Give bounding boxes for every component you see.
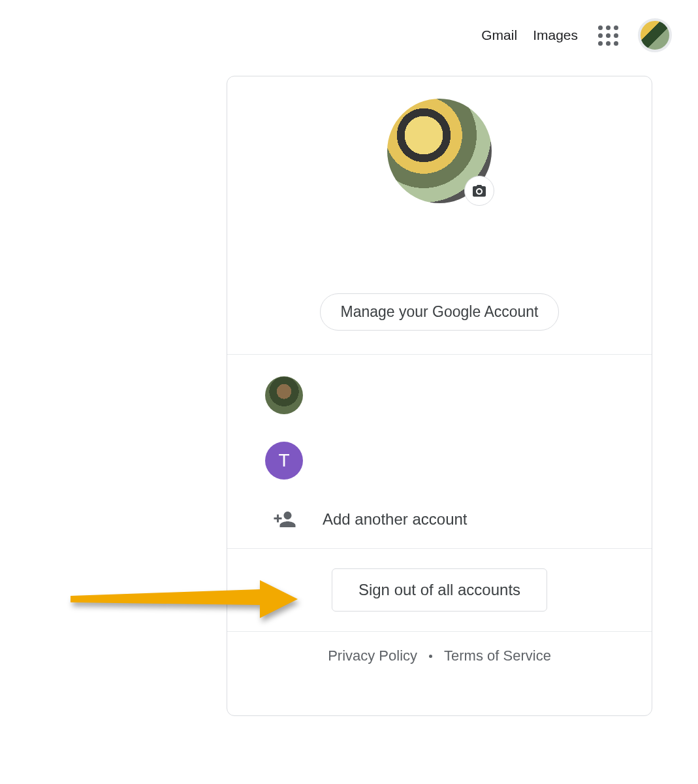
- account-avatar[interactable]: [638, 18, 672, 52]
- dot-separator-icon: [429, 655, 432, 658]
- privacy-policy-link[interactable]: Privacy Policy: [328, 647, 417, 664]
- add-person-icon: [272, 508, 298, 531]
- apps-grid-icon[interactable]: [597, 25, 618, 46]
- gmail-link[interactable]: Gmail: [481, 27, 517, 43]
- change-photo-button[interactable]: [464, 176, 494, 206]
- footer-section: Privacy Policy Terms of Service: [227, 632, 652, 680]
- terms-of-service-link[interactable]: Terms of Service: [444, 647, 551, 664]
- signout-all-button[interactable]: Sign out of all accounts: [332, 568, 547, 612]
- accounts-section: T Add another account: [227, 355, 652, 549]
- camera-icon: [471, 183, 487, 199]
- manage-account-button[interactable]: Manage your Google Account: [320, 293, 558, 331]
- account-popup: Manage your Google Account T Add another…: [227, 76, 652, 716]
- hero-section: Manage your Google Account: [227, 76, 652, 355]
- images-link[interactable]: Images: [533, 27, 578, 43]
- add-account-label: Add another account: [323, 510, 468, 529]
- add-account-button[interactable]: Add another account: [227, 493, 652, 548]
- signout-section: Sign out of all accounts: [227, 549, 652, 632]
- topbar: Gmail Images: [481, 18, 672, 52]
- account-avatar-photo: [265, 376, 303, 414]
- account-avatar-letter: T: [265, 442, 303, 480]
- account-item[interactable]: [227, 363, 652, 428]
- hero-avatar-wrap: [387, 99, 492, 203]
- account-item[interactable]: T: [227, 428, 652, 493]
